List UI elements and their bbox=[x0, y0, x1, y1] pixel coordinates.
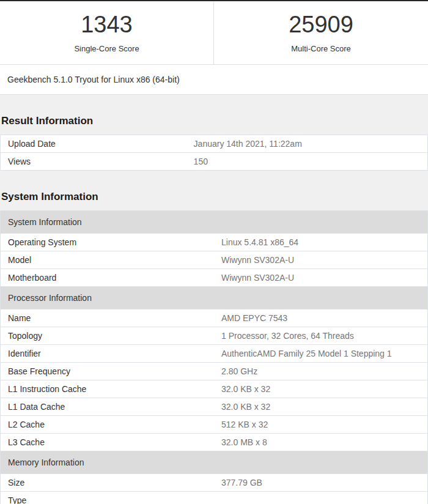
row-label: L1 Instruction Cache bbox=[1, 380, 215, 398]
result-information-heading: Result Information bbox=[1, 115, 428, 127]
multi-core-score-value: 25909 bbox=[214, 12, 428, 37]
row-label: L1 Data Cache bbox=[1, 398, 215, 416]
row-value: January 14th 2021, 11:22am bbox=[186, 135, 428, 153]
multi-core-score-label: Multi-Core Score bbox=[214, 44, 428, 53]
single-core-score-cell: 1343 Single-Core Score bbox=[0, 1, 214, 64]
table-row-l3-cache: L3 Cache 32.0 MB x 8 bbox=[1, 434, 428, 451]
benchmark-version-text: Geekbench 5.1.0 Tryout for Linux x86 (64… bbox=[0, 65, 428, 95]
subheader-system-information: System Information bbox=[1, 211, 428, 234]
system-information-section: System Information System Information Op… bbox=[0, 191, 428, 504]
subheader-label: System Information bbox=[1, 211, 428, 234]
row-value: 2.80 GHz bbox=[214, 363, 428, 380]
row-value: 512 KB x 32 bbox=[214, 416, 428, 434]
row-value: 32.0 MB x 8 bbox=[214, 434, 428, 451]
row-value: Wiwynn SV302A-U bbox=[214, 251, 428, 269]
system-information-table: System Information Operating System Linu… bbox=[0, 210, 428, 504]
row-label: Identifier bbox=[1, 345, 215, 363]
row-value: Wiwynn SV302A-U bbox=[214, 269, 428, 287]
row-value: 377.79 GB bbox=[214, 474, 428, 492]
row-label: Upload Date bbox=[1, 135, 186, 153]
row-label: Size bbox=[1, 474, 215, 492]
row-label: Views bbox=[1, 153, 186, 171]
row-value: Linux 5.4.81 x86_64 bbox=[214, 234, 428, 251]
row-label: L2 Cache bbox=[1, 416, 215, 434]
table-row-topology: Topology 1 Processor, 32 Cores, 64 Threa… bbox=[1, 327, 428, 345]
row-label: Operating System bbox=[1, 234, 215, 251]
table-row-identifier: Identifier AuthenticAMD Family 25 Model … bbox=[1, 345, 428, 363]
subheader-processor-information: Processor Information bbox=[1, 287, 428, 309]
row-label: Type bbox=[1, 492, 215, 504]
geekbench-result-page: 1343 Single-Core Score 25909 Multi-Core … bbox=[0, 0, 428, 504]
row-label: Base Frequency bbox=[1, 363, 215, 380]
subheader-memory-information: Memory Information bbox=[1, 451, 428, 474]
table-row-operating-system: Operating System Linux 5.4.81 x86_64 bbox=[1, 234, 428, 251]
table-row-l1-data-cache: L1 Data Cache 32.0 KB x 32 bbox=[1, 398, 428, 416]
table-row-base-frequency: Base Frequency 2.80 GHz bbox=[1, 363, 428, 380]
table-row-l1-instruction-cache: L1 Instruction Cache 32.0 KB x 32 bbox=[1, 380, 428, 398]
subheader-label: Processor Information bbox=[1, 287, 428, 309]
table-row-size: Size 377.79 GB bbox=[1, 474, 428, 492]
single-core-score-label: Single-Core Score bbox=[0, 44, 213, 53]
single-core-score-value: 1343 bbox=[0, 12, 213, 37]
row-value: 32.0 KB x 32 bbox=[214, 398, 428, 416]
row-value: AuthenticAMD Family 25 Model 1 Stepping … bbox=[214, 345, 428, 363]
result-information-section: Result Information Upload Date January 1… bbox=[0, 115, 428, 171]
row-label: L3 Cache bbox=[1, 434, 215, 451]
table-row-upload-date: Upload Date January 14th 2021, 11:22am bbox=[1, 135, 428, 153]
table-row-model: Model Wiwynn SV302A-U bbox=[1, 251, 428, 269]
multi-core-score-cell: 25909 Multi-Core Score bbox=[214, 1, 428, 64]
table-row-name: Name AMD EPYC 7543 bbox=[1, 309, 428, 327]
row-label: Name bbox=[1, 309, 215, 327]
row-value: 32.0 KB x 32 bbox=[214, 380, 428, 398]
row-value: AMD EPYC 7543 bbox=[214, 309, 428, 327]
score-panel: 1343 Single-Core Score 25909 Multi-Core … bbox=[0, 1, 428, 65]
result-information-table: Upload Date January 14th 2021, 11:22am V… bbox=[0, 135, 428, 171]
table-row-l2-cache: L2 Cache 512 KB x 32 bbox=[1, 416, 428, 434]
row-label: Model bbox=[1, 251, 215, 269]
system-information-heading: System Information bbox=[1, 191, 428, 203]
row-value bbox=[214, 492, 428, 504]
table-row-type: Type bbox=[1, 492, 428, 504]
row-label: Motherboard bbox=[1, 269, 215, 287]
row-value: 150 bbox=[186, 153, 428, 171]
table-row-views: Views 150 bbox=[1, 153, 428, 171]
subheader-label: Memory Information bbox=[1, 451, 428, 474]
table-row-motherboard: Motherboard Wiwynn SV302A-U bbox=[1, 269, 428, 287]
row-value: 1 Processor, 32 Cores, 64 Threads bbox=[214, 327, 428, 345]
row-label: Topology bbox=[1, 327, 215, 345]
